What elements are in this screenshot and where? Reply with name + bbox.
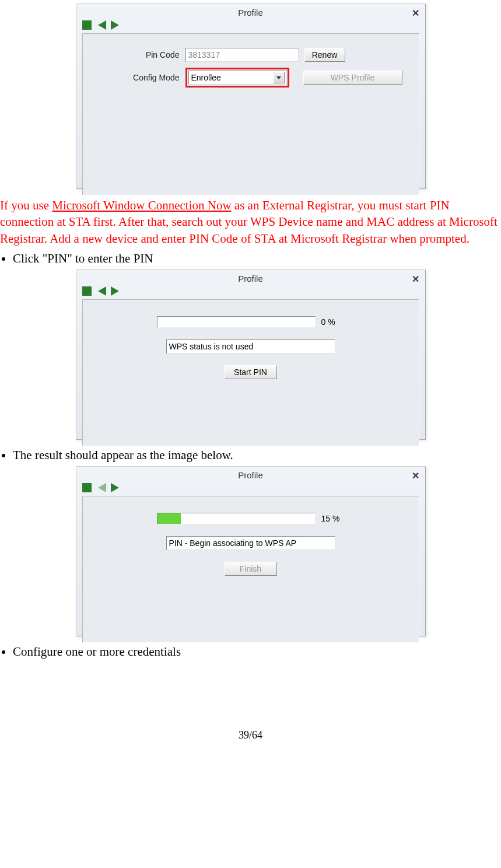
page-container: Profile ✕ Pin Code Renew Config Mode [0,4,501,741]
pin-code-label: Pin Code [92,50,185,60]
progress-bar [157,316,316,328]
dropdown-icon[interactable] [273,72,285,83]
nav-row [76,285,425,299]
inner-panel: Pin Code Renew Config Mode Enrollee WPS … [82,33,419,195]
stop-icon[interactable] [82,286,92,296]
back-arrow-icon[interactable] [98,20,106,30]
progress-fill [157,513,181,524]
forward-arrow-icon[interactable] [111,483,119,492]
config-mode-select[interactable]: Enrollee [188,71,286,85]
inner-panel: 15 % Finish [82,496,419,643]
progress-row: 15 % [157,513,345,524]
warning-prefix: If you use [0,198,52,212]
bullet-configure-credentials: Configure one or more credentials [13,645,501,659]
renew-button[interactable]: Renew [304,48,345,62]
ms-connection-now-link: Microsoft Window Connection Now [52,198,231,212]
dialog-profile-config: Profile ✕ Pin Code Renew Config Mode [76,4,426,189]
close-icon[interactable]: ✕ [412,274,419,285]
finish-button[interactable]: Finish [225,562,277,576]
dialog-3-wrap: Profile ✕ 15 % Finish [0,466,501,636]
dialog-1-wrap: Profile ✕ Pin Code Renew Config Mode [0,4,501,189]
pin-row: Pin Code Renew [92,48,409,62]
progress-percent: 0 % [321,317,345,327]
pin-code-input[interactable] [185,48,299,62]
dialog-title: Profile [76,270,425,285]
stop-icon[interactable] [82,483,92,492]
dialog-profile-finish: Profile ✕ 15 % Finish [76,466,426,636]
progress-percent: 15 % [321,514,345,523]
button-row: Finish [225,562,277,576]
dialog-title: Profile [76,4,425,19]
config-mode-value: Enrollee [191,73,221,82]
button-row: Start PIN [225,365,277,379]
config-mode-highlight: Enrollee [185,68,289,88]
inner-panel: 0 % Start PIN [82,299,419,446]
nav-row [76,481,425,496]
nav-row [76,19,425,33]
forward-arrow-icon[interactable] [111,286,119,296]
start-pin-button[interactable]: Start PIN [225,365,277,379]
dialog-2-wrap: Profile ✕ 0 % Start PIN [0,270,501,440]
wps-status-field [166,340,335,354]
forward-arrow-icon[interactable] [111,20,119,30]
wps-profile-button[interactable]: WPS Profile [303,71,402,85]
dialog-profile-startpin: Profile ✕ 0 % Start PIN [76,270,426,440]
close-icon[interactable]: ✕ [412,470,419,481]
bullet-click-pin: Click "PIN" to enter the PIN [13,251,501,266]
chevron-down-icon [276,76,281,79]
back-arrow-icon[interactable] [98,286,106,296]
close-icon[interactable]: ✕ [412,8,419,19]
page-number: 39/64 [0,729,501,741]
config-mode-label: Config Mode [92,73,185,82]
back-arrow-icon[interactable] [98,483,106,492]
wps-status-field [166,536,335,550]
bullet-result-image: The result should appear as the image be… [13,448,501,463]
warning-paragraph: If you use Microsoft Window Connection N… [0,197,501,247]
stop-icon[interactable] [82,20,92,30]
dialog-title: Profile [76,467,425,481]
config-row: Config Mode Enrollee WPS Profile [92,68,409,88]
progress-row: 0 % [157,316,345,328]
progress-bar [157,513,316,524]
